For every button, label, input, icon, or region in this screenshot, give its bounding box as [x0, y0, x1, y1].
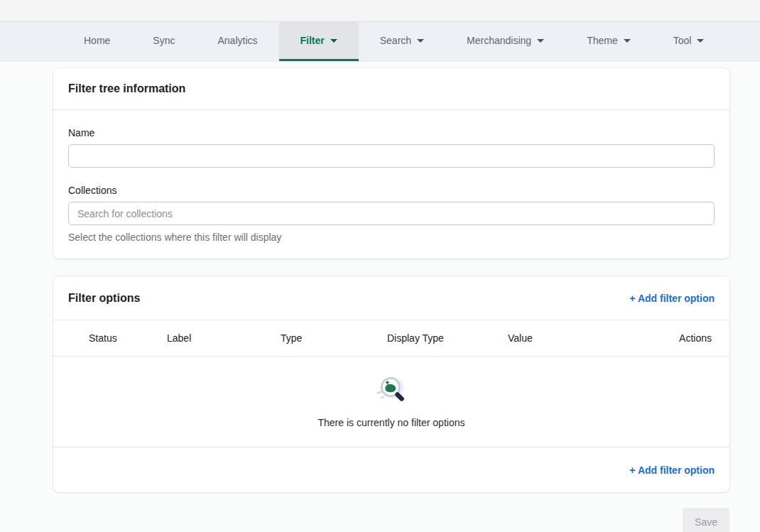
- save-row: Save: [53, 508, 729, 532]
- filter-options-card-header: Filter options + Add filter option: [53, 276, 729, 320]
- main-content: Filter tree information Name Collections…: [53, 62, 729, 532]
- main-nav: Home Sync Analytics Filter Search Mercha…: [0, 22, 760, 62]
- name-field-group: Name: [68, 127, 715, 168]
- nav-item-label: Analytics: [217, 35, 257, 46]
- filter-tree-card-body: Name Collections Select the collections …: [53, 110, 729, 259]
- nav-item-merchandising[interactable]: Merchandising: [445, 22, 565, 61]
- nav-item-home[interactable]: Home: [63, 22, 131, 61]
- filter-options-card-footer: + Add filter option: [53, 447, 729, 492]
- nav-item-label: Sync: [153, 35, 175, 46]
- column-header-status: Status: [89, 332, 167, 344]
- column-header-display-type: Display Type: [387, 332, 508, 344]
- column-header-actions: Actions: [678, 332, 712, 344]
- filter-tree-card-title: Filter tree information: [68, 82, 185, 95]
- nav-item-label: Theme: [587, 35, 618, 46]
- chevron-down-icon: [417, 39, 424, 43]
- nav-item-search[interactable]: Search: [359, 22, 445, 61]
- nav-item-label: Filter: [300, 35, 325, 46]
- filter-tree-card: Filter tree information Name Collections…: [53, 68, 729, 259]
- nav-item-label: Home: [84, 35, 110, 46]
- filter-options-card: Filter options + Add filter option Statu…: [53, 276, 729, 492]
- filter-options-card-title: Filter options: [68, 292, 140, 305]
- save-button[interactable]: Save: [683, 508, 729, 532]
- add-filter-option-link[interactable]: + Add filter option: [629, 293, 715, 304]
- chevron-down-icon: [624, 39, 631, 43]
- name-field-label: Name: [68, 127, 715, 139]
- add-filter-option-footer-link[interactable]: + Add filter option: [629, 465, 715, 476]
- column-header-type: Type: [281, 332, 387, 344]
- collections-field-label: Collections: [68, 185, 715, 196]
- column-header-value: Value: [508, 332, 678, 344]
- nav-item-label: Merchandising: [467, 35, 531, 46]
- nav-item-filter[interactable]: Filter: [279, 22, 359, 61]
- empty-state-message: There is currently no filter options: [318, 417, 465, 428]
- filter-options-table-header: Status Label Type Display Type Value Act…: [53, 320, 729, 357]
- chevron-down-icon: [537, 39, 544, 43]
- collections-search-input[interactable]: [68, 202, 715, 225]
- magnifier-empty-illustration-icon: [374, 372, 409, 408]
- collections-help-text: Select the collections where this filter…: [68, 232, 715, 243]
- filter-tree-card-header: Filter tree information: [53, 68, 729, 110]
- nav-item-theme[interactable]: Theme: [565, 22, 652, 61]
- top-strip: [0, 0, 760, 22]
- nav-item-label: Search: [380, 35, 411, 46]
- nav-item-analytics[interactable]: Analytics: [196, 22, 278, 61]
- chevron-down-icon: [330, 39, 337, 43]
- nav-item-label: Tool: [673, 35, 692, 46]
- nav-item-sync[interactable]: Sync: [131, 22, 196, 61]
- collections-field-group: Collections Select the collections where…: [68, 185, 715, 243]
- column-header-label: Label: [167, 332, 281, 344]
- nav-item-tool[interactable]: Tool: [652, 22, 726, 61]
- filter-options-empty-state: There is currently no filter options: [53, 357, 729, 447]
- chevron-down-icon: [697, 39, 704, 43]
- name-input[interactable]: [68, 144, 715, 168]
